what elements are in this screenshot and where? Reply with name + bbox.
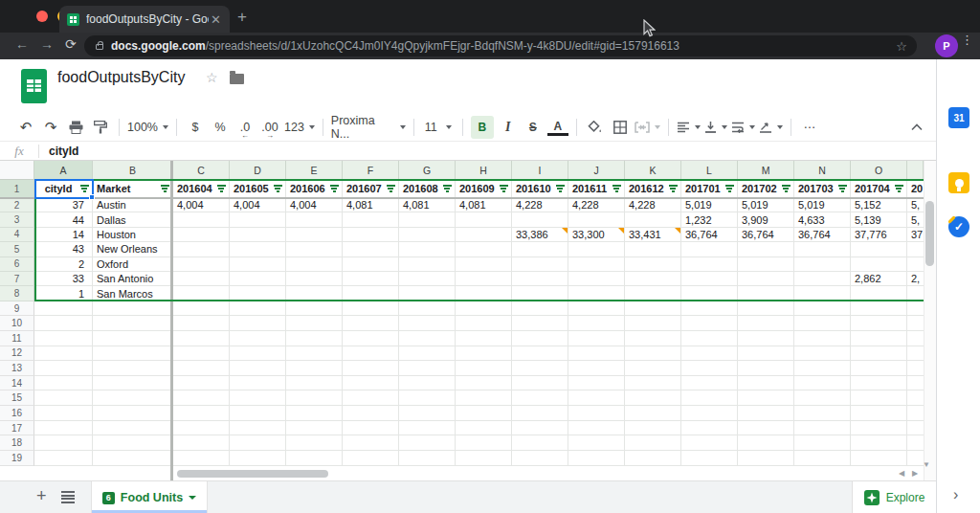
cell-O10[interactable]	[851, 316, 907, 331]
cell-B3[interactable]: Dallas	[93, 212, 173, 227]
cell-J3[interactable]	[568, 212, 625, 227]
filter-icon[interactable]	[442, 185, 452, 192]
filter-icon[interactable]	[216, 185, 226, 192]
cell-H15[interactable]	[456, 390, 512, 406]
cell-I4[interactable]: 33,386	[512, 228, 568, 242]
cell-K4[interactable]: 33,431	[625, 228, 681, 242]
cell-M7[interactable]	[738, 272, 794, 286]
cell-G10[interactable]	[399, 316, 456, 331]
cell-E12[interactable]	[286, 346, 343, 362]
cell-G1[interactable]: 201608	[399, 180, 456, 198]
cell-E16[interactable]	[286, 406, 343, 421]
row-header-6[interactable]: 6	[0, 257, 34, 272]
cell-C13[interactable]	[173, 361, 230, 376]
filter-icon[interactable]	[612, 185, 621, 192]
scroll-down-arrow-icon[interactable]: ▼	[923, 460, 930, 469]
cell-M12[interactable]	[738, 346, 794, 362]
cell-I6[interactable]	[512, 257, 568, 272]
cell-N16[interactable]	[794, 406, 851, 421]
cell-partial-4[interactable]: 37	[907, 228, 924, 242]
column-header-D[interactable]: D	[230, 161, 286, 180]
cell-B13[interactable]	[93, 361, 173, 376]
cell-K11[interactable]	[625, 331, 681, 346]
horizontal-scrollbar-thumb[interactable]	[177, 470, 328, 478]
cell-E7[interactable]	[286, 272, 343, 286]
cell-E1[interactable]: 201606	[286, 180, 343, 198]
cell-M5[interactable]	[738, 242, 794, 256]
cell-I1[interactable]: 201610	[512, 180, 568, 198]
row-header-5[interactable]: 5	[0, 242, 34, 256]
column-header-B[interactable]: B	[93, 161, 173, 180]
window-close-button[interactable]	[36, 11, 48, 22]
cell-F5[interactable]	[343, 242, 399, 256]
cell-I10[interactable]	[512, 316, 568, 331]
cell-partial-7[interactable]: 2,	[907, 272, 924, 286]
explore-button[interactable]: Explore	[852, 481, 936, 513]
frozen-row-divider[interactable]	[0, 197, 924, 199]
cell-N14[interactable]	[794, 376, 851, 391]
cell-C5[interactable]	[173, 242, 230, 256]
cell-M15[interactable]	[738, 390, 794, 406]
cell-F4[interactable]	[343, 228, 399, 242]
cell-F10[interactable]	[343, 316, 399, 331]
cell-H12[interactable]	[456, 346, 512, 362]
cell-F17[interactable]	[343, 421, 399, 436]
cell-O9[interactable]	[851, 301, 907, 317]
cell-partial-15[interactable]	[907, 390, 924, 406]
add-sheet-button[interactable]: +	[36, 486, 47, 506]
text-color-button[interactable]: A	[547, 120, 568, 136]
row-header-14[interactable]: 14	[0, 376, 34, 391]
browser-tab[interactable]: foodOutputsByCity - Google S ✕	[59, 6, 230, 33]
cell-F16[interactable]	[343, 406, 399, 421]
row-header-19[interactable]: 19	[0, 451, 34, 466]
cell-C18[interactable]	[173, 435, 230, 451]
cell-E17[interactable]	[286, 421, 343, 436]
cell-partial-16[interactable]	[907, 406, 924, 421]
more-formats-button[interactable]: 123	[284, 116, 315, 139]
cell-B2[interactable]: Austin	[93, 198, 173, 212]
redo-button[interactable]: ↷	[40, 116, 61, 139]
cell-F18[interactable]	[343, 435, 399, 451]
cell-A19[interactable]	[34, 451, 93, 466]
cell-O3[interactable]: 5,139	[851, 212, 907, 227]
row-header-10[interactable]: 10	[0, 316, 34, 331]
cell-E6[interactable]	[286, 257, 343, 272]
row-header-8[interactable]: 8	[0, 286, 34, 301]
decrease-decimal-button[interactable]: .0←	[234, 116, 256, 139]
cell-N19[interactable]	[794, 451, 851, 466]
horizontal-align-button[interactable]	[677, 116, 701, 139]
cell-D9[interactable]	[230, 301, 286, 317]
row-header-2[interactable]: 2	[0, 198, 34, 212]
cell-A16[interactable]	[34, 406, 93, 421]
row-header-4[interactable]: 4	[0, 228, 34, 242]
select-all-corner[interactable]	[0, 161, 34, 180]
cell-I3[interactable]	[512, 212, 568, 227]
cell-H1[interactable]: 201609	[456, 180, 512, 198]
cell-L11[interactable]	[681, 331, 738, 346]
cell-L1[interactable]: 201701	[681, 180, 738, 198]
paint-format-button[interactable]	[90, 116, 111, 139]
cell-D1[interactable]: 201605	[230, 180, 286, 198]
cell-D3[interactable]	[230, 212, 286, 227]
cell-A9[interactable]	[34, 301, 93, 317]
cell-K14[interactable]	[625, 376, 681, 391]
cell-A15[interactable]	[34, 390, 93, 406]
cell-partial-13[interactable]	[907, 361, 924, 376]
cell-J6[interactable]	[568, 257, 625, 272]
cell-I5[interactable]	[512, 242, 568, 256]
side-panel-expand-icon[interactable]: ›	[953, 486, 958, 503]
cell-C10[interactable]	[173, 316, 230, 331]
row-header-13[interactable]: 13	[0, 361, 34, 376]
cell-A4[interactable]: 14	[34, 228, 93, 242]
cell-J1[interactable]: 201611	[568, 180, 625, 198]
cell-C7[interactable]	[173, 272, 230, 286]
cell-I9[interactable]	[512, 301, 568, 317]
sheet-tab-food-units[interactable]: 6 Food Units	[91, 481, 208, 513]
cell-H16[interactable]	[456, 406, 512, 421]
cell-E9[interactable]	[286, 301, 343, 317]
cell-O1[interactable]: 201704	[851, 180, 907, 198]
cell-A5[interactable]: 43	[34, 242, 93, 256]
cell-L12[interactable]	[681, 346, 738, 362]
forward-icon[interactable]: →	[40, 36, 54, 52]
cell-I18[interactable]	[512, 435, 568, 451]
